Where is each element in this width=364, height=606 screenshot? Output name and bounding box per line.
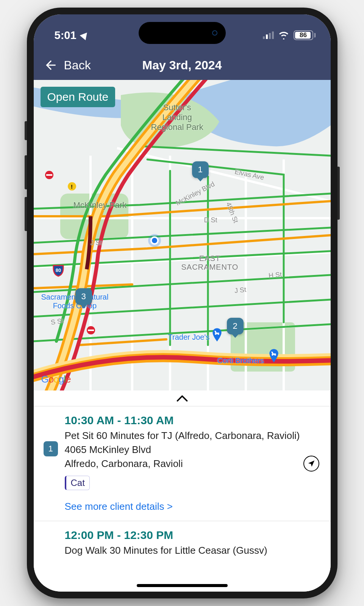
no-entry-icon bbox=[87, 326, 95, 334]
map-marker-2[interactable]: 2 bbox=[227, 318, 244, 334]
current-location-dot bbox=[150, 236, 159, 245]
drag-handle[interactable] bbox=[34, 390, 331, 406]
status-right: 86 bbox=[263, 25, 316, 40]
location-icon bbox=[80, 30, 90, 41]
pet-type-tag: Cat bbox=[65, 476, 90, 490]
visit-description: Dog Walk 30 Minutes for Little Ceasar (G… bbox=[65, 544, 321, 557]
shopping-pin-icon bbox=[269, 349, 279, 364]
visit-time: 12:00 PM - 12:30 PM bbox=[65, 529, 321, 542]
shopping-pin-icon bbox=[212, 328, 222, 343]
chevron-up-icon bbox=[177, 395, 188, 402]
dynamic-island bbox=[139, 22, 226, 44]
phone-side-button bbox=[25, 155, 27, 189]
open-route-button[interactable]: Open Route bbox=[41, 87, 116, 107]
battery-percent: 86 bbox=[294, 31, 312, 39]
visit-address-line: 4065 McKinley Blvd bbox=[65, 443, 321, 456]
visit-body: 12:00 PM - 12:30 PM Dog Walk 30 Minutes … bbox=[65, 529, 321, 558]
alert-icon: ! bbox=[68, 182, 76, 191]
page-title: May 3rd, 2024 bbox=[142, 58, 222, 72]
map-view[interactable]: 80 Open Route Sutter's Landing Regional … bbox=[34, 80, 331, 390]
screen: 5:01 86 bbox=[34, 14, 331, 592]
signal-icon bbox=[263, 31, 274, 39]
see-more-link[interactable]: See more client details > bbox=[65, 501, 321, 512]
visits-list[interactable]: 1 10:30 AM - 11:30 AM Pet Sit 60 Minutes… bbox=[34, 406, 331, 592]
status-time: 5:01 bbox=[55, 29, 77, 42]
camera-dot bbox=[212, 30, 217, 36]
phone-side-button bbox=[337, 167, 340, 220]
visit-card[interactable]: 12:00 PM - 12:30 PM Dog Walk 30 Minutes … bbox=[34, 521, 331, 573]
google-logo: Google bbox=[41, 373, 71, 385]
back-label[interactable]: Back bbox=[64, 58, 91, 72]
status-left: 5:01 bbox=[55, 23, 89, 42]
map-background: 80 bbox=[34, 80, 331, 390]
visit-number-badge: 1 bbox=[44, 441, 58, 456]
home-indicator[interactable] bbox=[137, 584, 228, 587]
visit-body: 10:30 AM - 11:30 AM Pet Sit 60 Minutes f… bbox=[65, 414, 321, 512]
back-button[interactable] bbox=[44, 58, 58, 72]
navigate-button[interactable] bbox=[303, 456, 319, 472]
phone-side-button bbox=[25, 197, 27, 231]
phone-side-button bbox=[25, 121, 27, 140]
navigate-icon bbox=[307, 459, 316, 468]
visit-description: Pet Sit 60 Minutes for TJ (Alfredo, Carb… bbox=[65, 429, 321, 442]
battery-indicator: 86 bbox=[294, 30, 316, 40]
nav-bar: Back May 3rd, 2024 bbox=[34, 50, 331, 80]
visit-card[interactable]: 1 10:30 AM - 11:30 AM Pet Sit 60 Minutes… bbox=[34, 406, 331, 521]
wifi-icon bbox=[278, 31, 289, 39]
phone-frame: 5:01 86 bbox=[27, 8, 337, 598]
svg-text:80: 80 bbox=[55, 267, 61, 273]
no-entry-icon bbox=[45, 171, 53, 179]
visit-pets-line: Alfredo, Carbonara, Ravioli bbox=[65, 457, 321, 470]
arrow-left-icon bbox=[44, 58, 58, 72]
map-marker-3[interactable]: 3 bbox=[75, 288, 92, 305]
map-marker-1[interactable]: 1 bbox=[192, 161, 209, 178]
visit-time: 10:30 AM - 11:30 AM bbox=[65, 414, 321, 427]
